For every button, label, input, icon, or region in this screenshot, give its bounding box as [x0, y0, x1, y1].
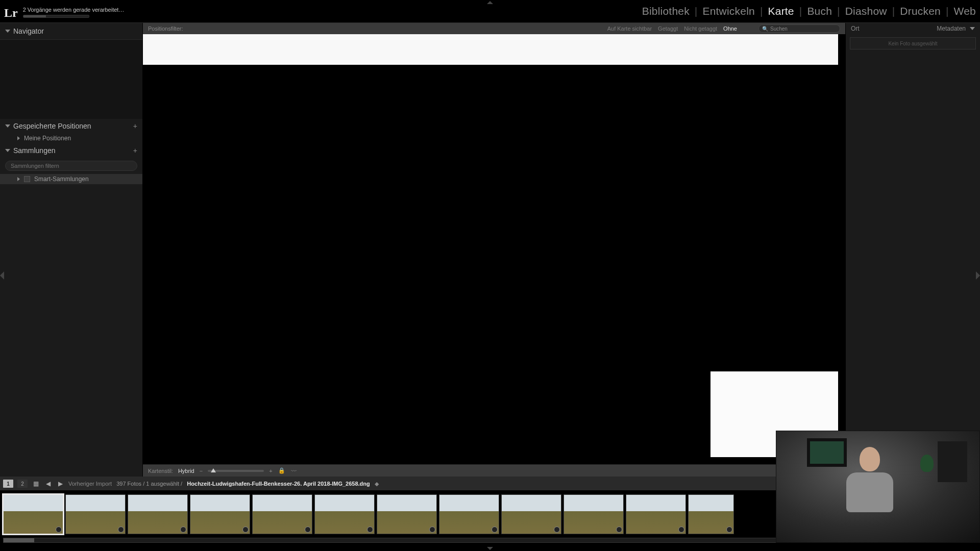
- add-collection-button[interactable]: +: [133, 146, 137, 155]
- metadata-empty-text: Kein Foto ausgewählt: [888, 41, 937, 46]
- chevron-down-icon: [5, 124, 10, 128]
- filmstrip-thumb[interactable]: [252, 494, 312, 534]
- smart-collections-item[interactable]: Smart-Sammlungen: [0, 174, 142, 184]
- navigator-title: Navigator: [13, 27, 44, 35]
- map-style-value[interactable]: Hybrid: [178, 468, 194, 474]
- chevron-down-icon: [970, 27, 975, 30]
- zoom-handle[interactable]: [211, 468, 216, 472]
- zoom-slider[interactable]: [208, 470, 264, 472]
- filmstrip-count: 397 Fotos / 1 ausgewählt /: [116, 481, 182, 487]
- filmstrip-thumb[interactable]: [439, 494, 499, 534]
- module-separator: |: [695, 5, 698, 17]
- filmstrip-thumb[interactable]: [564, 494, 624, 534]
- filmstrip-thumb[interactable]: [65, 494, 126, 534]
- progress-bar: [23, 15, 89, 18]
- right-panel-header: Ort Metadaten: [846, 23, 980, 34]
- center-panel: Positionsfilter: Auf Karte sichtbarGetag…: [143, 23, 845, 477]
- chevron-right-icon: [17, 177, 20, 181]
- metadata-label[interactable]: Metadaten: [937, 25, 966, 32]
- position-filter-option[interactable]: Getaggt: [658, 26, 678, 32]
- zoom-in-button[interactable]: +: [269, 468, 272, 474]
- right-panel: Ort Metadaten Kein Foto ausgewählt: [845, 23, 980, 477]
- search-icon: 🔍: [762, 26, 768, 32]
- filmstrip-scrollbar-thumb[interactable]: [4, 538, 34, 542]
- smart-collections-label: Smart-Sammlungen: [34, 176, 89, 183]
- map-toolbar: Kartenstil: Hybrid − + 🔒 〰: [143, 464, 845, 477]
- module-separator: |: [946, 5, 949, 17]
- module-separator: |: [837, 5, 840, 17]
- zoom-out-button[interactable]: −: [200, 468, 203, 474]
- filmstrip-source: Vorheriger Import: [68, 481, 112, 487]
- position-filter-option[interactable]: Nicht getaggt: [684, 26, 717, 32]
- dirty-marker-icon: ◆: [375, 481, 379, 487]
- top-bar-left: Lr 2 Vorgänge werden gerade verarbeitet…: [4, 4, 124, 19]
- main-area: Navigator Gespeicherte Positionen + Mein…: [0, 22, 980, 477]
- module-separator: |: [892, 5, 895, 17]
- saved-position-item[interactable]: Meine Positionen: [0, 133, 142, 143]
- map-loading-strip: [143, 34, 838, 65]
- module-entwickeln[interactable]: Entwickeln: [703, 5, 755, 17]
- left-panel: Navigator Gespeicherte Positionen + Mein…: [0, 23, 143, 477]
- top-bar: Lr 2 Vorgänge werden gerade verarbeitet……: [0, 0, 980, 22]
- filmstrip-thumb[interactable]: [190, 494, 250, 534]
- filmstrip-thumb[interactable]: [626, 494, 686, 534]
- filmstrip-thumb[interactable]: [377, 494, 437, 534]
- left-panel-toggle-icon[interactable]: [0, 271, 4, 280]
- map-canvas[interactable]: [143, 34, 845, 464]
- chevron-down-icon: [5, 149, 10, 152]
- webcam-overlay: [776, 431, 980, 543]
- module-karte[interactable]: Karte: [768, 5, 794, 17]
- gps-track-icon[interactable]: 〰: [291, 468, 297, 474]
- top-panel-toggle-icon[interactable]: [487, 1, 493, 4]
- app-logo: Lr: [4, 7, 18, 19]
- saved-position-label: Meine Positionen: [24, 135, 71, 142]
- collections-title: Sammlungen: [13, 146, 56, 155]
- ort-label: Ort: [851, 25, 860, 32]
- filmstrip-thumb[interactable]: [128, 494, 188, 534]
- status-wrap: 2 Vorgänge werden gerade verarbeitet…: [23, 7, 125, 18]
- map-search-input[interactable]: 🔍 Suchen: [758, 24, 840, 33]
- collections-search-row: [0, 158, 142, 174]
- lock-icon[interactable]: 🔒: [278, 467, 286, 475]
- saved-positions-header[interactable]: Gespeicherte Positionen +: [0, 119, 142, 133]
- module-bibliothek[interactable]: Bibliothek: [642, 5, 690, 17]
- nav-back-icon[interactable]: ◀: [44, 480, 52, 488]
- nav-forward-icon[interactable]: ▶: [56, 480, 64, 488]
- module-separator: |: [760, 5, 763, 17]
- filmstrip-thumb[interactable]: [3, 494, 63, 534]
- chevron-right-icon: [17, 136, 20, 140]
- chevron-down-icon: [5, 30, 10, 33]
- position-filter-bar: Positionsfilter: Auf Karte sichtbarGetag…: [143, 23, 845, 34]
- add-saved-position-button[interactable]: +: [133, 122, 137, 130]
- module-separator: |: [799, 5, 802, 17]
- filmstrip-thumb[interactable]: [501, 494, 561, 534]
- module-diashow[interactable]: Diashow: [845, 5, 887, 17]
- metadata-empty-box: Kein Foto ausgewählt: [850, 37, 976, 49]
- navigator-preview: [0, 40, 142, 119]
- smart-collection-icon: [24, 176, 30, 182]
- map-search-placeholder: Suchen: [770, 26, 788, 32]
- filmstrip-thumb[interactable]: [688, 494, 734, 534]
- module-buch[interactable]: Buch: [807, 5, 832, 17]
- position-filter-label: Positionsfilter:: [148, 26, 183, 32]
- collections-search-input[interactable]: [5, 161, 137, 171]
- bottom-panel-toggle-icon[interactable]: [0, 545, 980, 550]
- collections-header[interactable]: Sammlungen +: [0, 143, 142, 158]
- status-text: 2 Vorgänge werden gerade verarbeitet…: [23, 7, 125, 13]
- module-picker: Bibliothek|Entwickeln|Karte|Buch|Diashow…: [642, 5, 976, 17]
- position-filter-option[interactable]: Auf Karte sichtbar: [607, 26, 652, 32]
- secondary-display-button[interactable]: 2: [17, 480, 28, 488]
- filmstrip-filename: Hochzeit-Ludwigshafen-Full-Benkesser-26.…: [187, 481, 370, 487]
- primary-display-button[interactable]: 1: [3, 480, 13, 488]
- module-web[interactable]: Web: [954, 5, 976, 17]
- module-drucken[interactable]: Drucken: [900, 5, 941, 17]
- map-style-label: Kartenstil:: [148, 468, 173, 474]
- filmstrip-thumb[interactable]: [314, 494, 375, 534]
- navigator-header[interactable]: Navigator: [0, 23, 142, 40]
- saved-positions-title: Gespeicherte Positionen: [13, 122, 91, 130]
- filmstrip-path[interactable]: Vorheriger Import 397 Fotos / 1 ausgewäh…: [68, 481, 379, 487]
- position-filter-option[interactable]: Ohne: [723, 26, 737, 32]
- right-panel-toggle-icon[interactable]: [976, 271, 980, 280]
- grid-view-icon[interactable]: ▦: [32, 480, 40, 488]
